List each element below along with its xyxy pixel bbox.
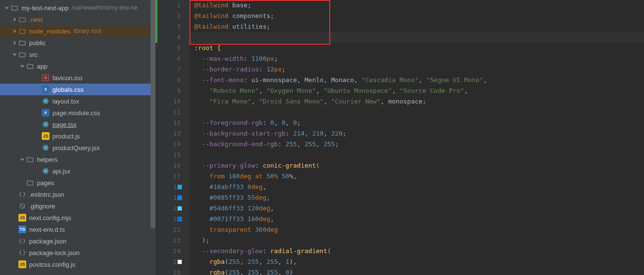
folder-icon xyxy=(18,27,26,35)
spacer xyxy=(19,180,25,186)
tree-folder-app[interactable]: app xyxy=(0,60,155,72)
spacer xyxy=(12,215,17,221)
line-number: 24 xyxy=(155,246,189,257)
tree-file-next-env[interactable]: TS next-env.d.ts xyxy=(0,223,155,235)
project-tree[interactable]: my-test-next-app /var/www/html/my-test-n… xyxy=(0,0,155,272)
code-line[interactable]: @tailwind utilities; xyxy=(189,21,644,32)
folder-icon xyxy=(26,62,34,70)
js-file-icon: JS xyxy=(18,260,26,268)
tree-folder-helpers[interactable]: helpers xyxy=(0,154,155,165)
code-line[interactable]: from 180deg at 50% 50%, xyxy=(189,171,644,182)
tree-path: /var/www/html/my-test-ne xyxy=(72,4,137,11)
code-line[interactable]: #54d6ff33 120deg, xyxy=(189,203,644,214)
spacer xyxy=(12,238,17,244)
gutter-color-swatch[interactable] xyxy=(177,217,182,222)
line-number: 7 xyxy=(155,64,189,75)
tree-file-api-jsx[interactable]: api.jsx xyxy=(0,165,155,177)
code-line[interactable]: @tailwind base; xyxy=(189,0,644,11)
code-line[interactable]: #0071ff33 160deg, xyxy=(189,214,644,224)
tree-file-layout-tsx[interactable]: layout.tsx xyxy=(0,95,155,107)
code-line[interactable] xyxy=(189,107,644,118)
line-number: 21 xyxy=(155,214,189,224)
tree-file-globals-css[interactable]: # globals.css xyxy=(0,84,155,95)
tree-label: productQuery.jsx xyxy=(52,144,100,152)
spacer xyxy=(35,168,41,174)
code-line[interactable]: --secondary-glow: radial-gradient( xyxy=(189,246,644,257)
svg-point-6 xyxy=(45,124,47,125)
tree-label: api.jsx xyxy=(52,168,70,175)
code-line[interactable]: "Roboto Mono", "Oxygen Mono", "Ubuntu Mo… xyxy=(189,86,644,96)
js-file-icon: JS xyxy=(42,132,50,140)
code-line[interactable]: --background-end-rgb: 255, 255, 255; xyxy=(189,139,644,150)
tree-folder-pages[interactable]: pages xyxy=(0,177,155,189)
code-line[interactable]: --background-start-rgb: 214, 219, 220; xyxy=(189,128,644,139)
tree-label: layout.tsx xyxy=(52,98,79,105)
code-line[interactable]: rgba(255, 255, 255, 1), xyxy=(189,257,644,267)
code-line[interactable]: --border-radius: 12px; xyxy=(189,64,644,75)
code-line[interactable]: --primary-glow: conic-gradient( xyxy=(189,160,644,171)
tree-folder-node-modules[interactable]: node_modules library root xyxy=(0,25,155,37)
ts-file-icon: TS xyxy=(18,225,26,233)
gutter-color-swatch[interactable] xyxy=(177,259,182,264)
sidebar-scrollbar-thumb[interactable] xyxy=(151,0,155,228)
sidebar-scrollbar[interactable] xyxy=(151,0,155,275)
line-number: 18 xyxy=(155,182,189,192)
code-line[interactable] xyxy=(189,32,644,43)
tree-label: page.tsx xyxy=(52,121,76,128)
react-file-icon xyxy=(42,97,50,105)
tree-project-root[interactable]: my-test-next-app /var/www/html/my-test-n… xyxy=(0,2,155,14)
tree-file-package-lock[interactable]: package-lock.json xyxy=(0,247,155,258)
gutter-color-swatch[interactable] xyxy=(177,206,182,211)
favicon-icon xyxy=(42,74,50,82)
tree-file-page-module-css[interactable]: # page.module.css xyxy=(0,107,155,119)
tree-label: public xyxy=(29,39,46,47)
tree-folder-src[interactable]: src xyxy=(0,49,155,60)
code-line[interactable]: rgba(255, 255, 255, 0) xyxy=(189,267,644,275)
tree-file-page-tsx[interactable]: page.tsx xyxy=(0,119,155,130)
folder-icon xyxy=(18,16,26,23)
code-line[interactable]: ); xyxy=(189,235,644,246)
line-number: 16 xyxy=(155,160,189,171)
line-number: 11 xyxy=(155,107,189,118)
tree-folder-next[interactable]: .next xyxy=(0,14,155,25)
tree-label: .eslintrc.json xyxy=(29,191,64,198)
code-line[interactable]: transparent 360deg xyxy=(189,224,644,235)
tree-file-favicon[interactable]: favicon.ico xyxy=(0,72,155,84)
code-line[interactable]: #16abff33 0deg, xyxy=(189,182,644,192)
code-line[interactable]: "Fira Mono", "Droid Sans Mono", "Courier… xyxy=(189,96,644,107)
line-number: 3 xyxy=(155,21,189,32)
line-number: 26 xyxy=(155,267,189,275)
spacer xyxy=(35,110,41,116)
tree-file-postcss-config[interactable]: JS postcss.config.js xyxy=(0,258,155,270)
folder-icon xyxy=(26,155,34,163)
code-editor[interactable]: 1234567891011121314151617181920212223242… xyxy=(155,0,644,275)
project-tree-sidebar[interactable]: my-test-next-app /var/www/html/my-test-n… xyxy=(0,0,155,275)
code-line[interactable]: #0885ff33 55deg, xyxy=(189,192,644,203)
chevron-down-icon xyxy=(4,5,10,11)
chevron-right-icon xyxy=(12,17,17,22)
svg-point-2 xyxy=(45,101,47,102)
code-line[interactable]: --max-width: 1100px; xyxy=(189,53,644,64)
line-number: 22 xyxy=(155,224,189,235)
tree-file-product-js[interactable]: JS product.js xyxy=(0,130,155,142)
tree-folder-public[interactable]: public xyxy=(0,37,155,49)
code-line[interactable]: --font-mono: ui-monospace, Menlo, Monaco… xyxy=(189,75,644,86)
tree-file-product-query[interactable]: productQuery.jsx xyxy=(0,142,155,154)
gutter-color-swatch[interactable] xyxy=(177,185,182,189)
code-line[interactable]: @tailwind components; xyxy=(189,11,644,21)
tree-file-package-json[interactable]: package.json xyxy=(0,235,155,247)
tree-label: pages xyxy=(37,179,54,187)
tree-file-next-config[interactable]: JS next.config.mjs xyxy=(0,212,155,223)
tree-label: package.json xyxy=(29,238,67,245)
tree-label: package-lock.json xyxy=(29,249,80,257)
code-content[interactable]: @tailwind base; @tailwind components; @t… xyxy=(189,0,644,275)
code-line[interactable] xyxy=(189,150,644,160)
tree-file-eslintrc[interactable]: .eslintrc.json xyxy=(0,189,155,200)
spacer xyxy=(12,250,17,256)
code-line[interactable]: --foreground-rgb: 0, 0, 0; xyxy=(189,118,644,128)
tree-file-gitignore[interactable]: .gitignore xyxy=(0,200,155,212)
spacer xyxy=(35,121,41,127)
code-line[interactable]: :root { xyxy=(189,43,644,53)
chevron-down-icon xyxy=(12,52,17,57)
gutter-color-swatch[interactable] xyxy=(177,195,182,200)
